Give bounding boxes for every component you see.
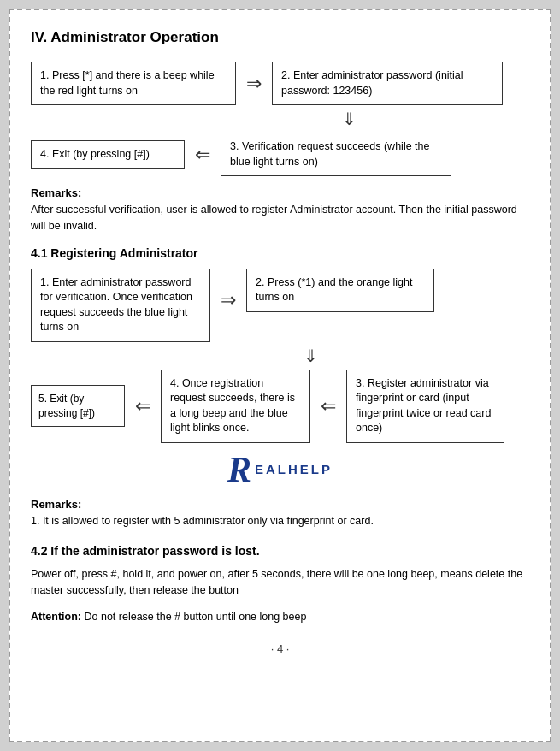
logo-brand-name: EALHELP [255,462,333,477]
section-42: 4.2 If the administrator password is los… [31,544,529,624]
attention-label: Attention: [31,611,81,623]
logo: R EALHELP [227,452,333,488]
flow-41-row-1: 1. Enter administrator password for veri… [31,269,529,342]
section-iv-flow: 1. Press [*] and there is a beep while t… [31,62,529,176]
attention-line: Attention: Do not release the # button u… [31,609,529,625]
remarks-text-41: 1. It is allowed to register with 5 admi… [31,513,529,529]
remarks-text-iv: After successful verification, user is a… [31,202,529,234]
step-3-box: 3. Verification request succeeds (while … [221,133,451,176]
arrow-down-1: ⇓ [342,109,357,129]
logo-text-block: EALHELP [255,462,333,477]
section-42-body: Power off, press #, hold it, and power o… [31,566,529,599]
step-1-box: 1. Press [*] and there is a beep while t… [31,62,236,105]
step-41-4-box: 4. Once registration request succeeds, t… [161,370,310,443]
section-41-flow: 1. Enter administrator password for veri… [31,269,529,443]
page-title: IV. Administrator Operation [31,29,529,46]
attention-text: Do not release the # button until one lo… [85,611,307,623]
arrow-right-1: ⇒ [246,73,262,95]
logo-r-letter: R [227,452,251,488]
section-iv-remarks: Remarks: After successful verification, … [31,186,529,234]
step-41-2-box: 2. Press (*1) and the orange light turns… [246,269,434,312]
flow-row-1: 1. Press [*] and there is a beep while t… [31,62,529,105]
remarks-header-iv: Remarks: [31,186,529,199]
arrow-left-1: ⇐ [195,144,210,166]
step-41-3-box: 3. Register administrator via fingerprin… [346,370,504,443]
page-number: · 4 · [31,642,529,655]
section-41-remarks: Remarks: 1. It is allowed to register wi… [31,498,529,529]
section-42-header: 4.2 If the administrator password is los… [31,544,529,558]
step-4-box: 4. Exit (by pressing [#]) [31,140,185,169]
arrow-left-41-2: ⇐ [321,395,336,417]
step-2-box: 2. Enter administrator password (initial… [272,62,503,105]
arrow-left-41-1: ⇐ [135,395,150,417]
remarks-header-41: Remarks: [31,498,529,511]
section-41-header: 4.1 Registering Administrator [31,246,529,260]
down-arrow-41: ⇓ [31,346,529,366]
arrow-down-41: ⇓ [304,346,318,366]
step-41-1-box: 1. Enter administrator password for veri… [31,269,210,342]
page: IV. Administrator Operation 1. Press [*]… [9,9,551,742]
flow-41-row-2: 5. Exit (by pressing [#]) ⇐ 4. Once regi… [31,370,529,443]
flow-row-2: 4. Exit (by pressing [#]) ⇐ 3. Verificat… [31,133,529,176]
step-41-5-box: 5. Exit (by pressing [#]) [31,385,125,428]
down-arrow-row-1: ⇓ [31,109,529,129]
arrow-right-41-1: ⇒ [221,289,236,311]
logo-area: R EALHELP [31,452,529,494]
